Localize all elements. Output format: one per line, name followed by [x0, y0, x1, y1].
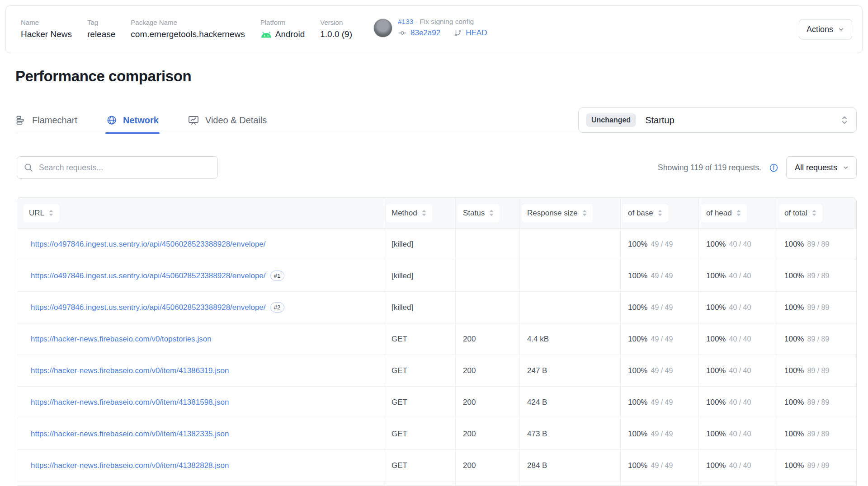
of-base-fraction: 49 / 49 [651, 335, 673, 343]
sort-header-button[interactable]: Status [458, 204, 500, 222]
tab-network[interactable]: Network [106, 107, 159, 133]
table-row: https://o497846.ingest.us.sentry.io/api/… [17, 229, 856, 260]
of-base-fraction: 49 / 49 [651, 272, 673, 280]
branch-link[interactable]: HEAD [466, 28, 487, 37]
of-total-percent: 100% [784, 398, 804, 407]
tab-video-details[interactable]: Video & Details [188, 107, 267, 133]
of-total-fraction: 89 / 89 [807, 462, 829, 470]
tab-flamechart[interactable]: Flamechart [15, 107, 77, 133]
status-value: 200 [463, 430, 476, 439]
table-row: https://hacker-news.firebaseio.com/v0/it… [17, 355, 856, 387]
of-head-fraction: 40 / 40 [729, 430, 751, 438]
tabs-bar: Flamechart Network Video & Deta [15, 107, 857, 133]
requests-toolbar: Showing 119 of 119 requests. All request… [17, 156, 857, 179]
sort-header-button[interactable]: URL [24, 204, 59, 222]
of-total-percent: 100% [784, 240, 804, 249]
pr-title: #133 - Fix signing config [398, 18, 487, 26]
of-head-percent: 100% [706, 240, 726, 249]
search-input[interactable] [17, 156, 218, 179]
response-size-value: 424 B [527, 398, 547, 407]
of-total-fraction: 89 / 89 [807, 367, 829, 375]
requests-filter-label: All requests [795, 163, 837, 173]
requests-filter-dropdown[interactable]: All requests [786, 156, 857, 179]
sort-header-button[interactable]: Response size [522, 204, 593, 222]
flamechart-icon [15, 115, 26, 126]
method-value: GET [392, 398, 407, 407]
of-head-fraction: 40 / 40 [729, 304, 751, 312]
sort-header-button[interactable]: of base [623, 204, 668, 222]
pr-title-suffix: - Fix signing config [413, 18, 474, 25]
active-tab-underline [105, 132, 160, 134]
of-head-fraction: 40 / 40 [729, 462, 751, 470]
select-updown-icon [841, 115, 848, 126]
sort-icon [811, 209, 817, 217]
of-total-percent: 100% [784, 430, 804, 439]
method-value: GET [392, 461, 407, 470]
sort-icon [736, 209, 741, 217]
search-icon [24, 163, 33, 173]
method-value: [killed] [392, 303, 413, 312]
sort-header-button[interactable]: of total [779, 204, 822, 222]
request-url-link[interactable]: https://hacker-news.firebaseio.com/v0/to… [31, 335, 212, 344]
of-head-percent: 100% [706, 335, 726, 344]
of-head-fraction: 40 / 40 [729, 398, 751, 407]
field-name: Name Hacker News [21, 19, 72, 39]
of-base-percent: 100% [628, 271, 647, 280]
field-name-label: Name [21, 19, 72, 26]
sort-header-button[interactable]: of head [701, 204, 747, 222]
build-fields: Name Hacker News Tag release Package Nam… [21, 19, 352, 39]
method-value: [killed] [392, 271, 413, 280]
request-url-link[interactable]: https://hacker-news.firebaseio.com/v0/it… [31, 430, 229, 439]
platform-text: Android [275, 29, 305, 39]
tab-network-label: Network [123, 115, 159, 126]
field-name-value: Hacker News [21, 29, 72, 39]
comparison-select[interactable]: Unchanged Startup [578, 107, 857, 133]
request-url-link[interactable]: https://o497846.ingest.us.sentry.io/api/… [31, 240, 266, 249]
method-value: [killed] [392, 240, 413, 249]
table-header-cell: of head [699, 198, 777, 228]
of-head-percent: 100% [706, 366, 726, 375]
info-icon[interactable] [769, 163, 778, 173]
commit-block: #133 - Fix signing config 83e2a92 HEAD [373, 18, 487, 37]
field-package-label: Package Name [131, 19, 245, 26]
request-url-link[interactable]: https://o497846.ingest.us.sentry.io/api/… [31, 271, 266, 280]
of-head-percent: 100% [706, 430, 726, 439]
commit-sha-link[interactable]: 83e2a92 [410, 28, 440, 37]
method-value: GET [392, 366, 407, 375]
response-size-value: 473 B [527, 430, 547, 439]
chevron-down-icon [838, 26, 844, 33]
of-total-fraction: 89 / 89 [807, 335, 829, 343]
of-base-percent: 100% [628, 398, 647, 407]
table-row: https://hacker-news.firebaseio.com/v0/it… [17, 387, 856, 418]
of-base-fraction: 49 / 49 [651, 304, 673, 312]
requests-table: URL Method Status [17, 197, 857, 486]
request-url-link[interactable]: https://hacker-news.firebaseio.com/v0/it… [31, 461, 229, 470]
android-icon [260, 31, 272, 38]
tab-flamechart-label: Flamechart [32, 115, 77, 126]
showing-count-text: Showing 119 of 119 requests. [658, 163, 761, 173]
avatar[interactable] [373, 19, 392, 37]
of-head-fraction: 40 / 40 [729, 272, 751, 280]
method-value: GET [392, 335, 407, 344]
of-base-percent: 100% [628, 366, 647, 375]
build-header-card: Name Hacker News Tag release Package Nam… [5, 5, 863, 53]
response-size-value: 247 B [527, 366, 547, 375]
actions-button[interactable]: Actions [799, 19, 852, 40]
pr-number-link[interactable]: #133 [398, 18, 413, 25]
status-value: 200 [463, 398, 476, 407]
table-row: https://o497846.ingest.us.sentry.io/api/… [17, 260, 856, 292]
globe-icon [106, 115, 117, 126]
of-total-percent: 100% [784, 303, 804, 312]
of-total-fraction: 89 / 89 [807, 398, 829, 407]
request-url-link[interactable]: https://hacker-news.firebaseio.com/v0/it… [31, 398, 229, 407]
of-base-fraction: 49 / 49 [651, 430, 673, 438]
of-base-fraction: 49 / 49 [651, 240, 673, 248]
request-url-link[interactable]: https://hacker-news.firebaseio.com/v0/it… [31, 366, 229, 375]
of-base-fraction: 49 / 49 [651, 398, 673, 407]
of-base-fraction: 49 / 49 [651, 367, 673, 375]
of-head-fraction: 40 / 40 [729, 335, 751, 343]
request-url-link[interactable]: https://o497846.ingest.us.sentry.io/api/… [31, 303, 266, 312]
field-version: Version 1.0.0 (9) [320, 19, 352, 39]
sort-header-button[interactable]: Method [386, 204, 432, 222]
of-total-fraction: 89 / 89 [807, 272, 829, 280]
